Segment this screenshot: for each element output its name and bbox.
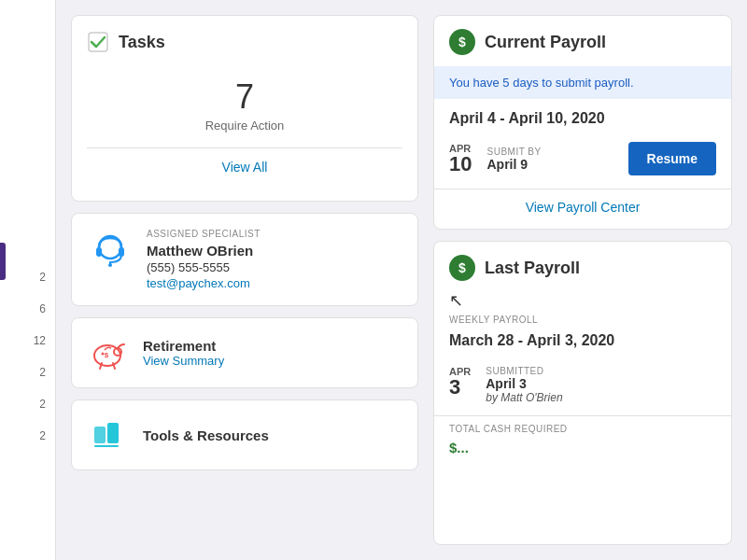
current-payroll-period: April 4 - April 10, 2020: [434, 99, 731, 134]
current-payroll-header: $ Current Payroll: [434, 16, 731, 66]
current-payroll-date-block: APR 10: [449, 143, 472, 175]
last-payroll-date-block: APR 3: [449, 366, 471, 398]
current-payroll-title: Current Payroll: [485, 33, 606, 52]
tasks-count-section: 7 Require Action: [87, 68, 402, 148]
sidebar: 2 6 12 2 2 2: [0, 0, 56, 560]
svg-rect-2: [96, 247, 102, 257]
sidebar-num-5: 2: [39, 398, 46, 411]
last-payroll-total-value: $...: [434, 438, 731, 467]
left-column: Tasks 7 Require Action View All ASSIGNED…: [71, 15, 418, 545]
current-payroll-dollar-icon: $: [449, 29, 475, 55]
sidebar-num-6: 2: [39, 429, 46, 442]
cursor-indicator: ↖: [434, 292, 731, 311]
last-payroll-total-label: TOTAL CASH REQUIRED: [434, 415, 731, 438]
tools-info: Tools & Resources: [143, 427, 269, 443]
retirement-info: Retirement View Summary: [143, 338, 224, 368]
svg-rect-9: [94, 427, 106, 443]
svg-rect-11: [94, 445, 119, 447]
specialist-card: ASSIGNED SPECIALIST Matthew OBrien (555)…: [71, 213, 418, 306]
headset-icon: [87, 229, 134, 275]
last-payroll-card: $ Last Payroll ↖ WEEKLY PAYROLL March 28…: [433, 241, 732, 545]
last-payroll-title: Last Payroll: [485, 259, 580, 278]
current-payroll-day: 10: [449, 154, 472, 175]
sidebar-accent: [0, 243, 6, 280]
current-payroll-submit-block: SUBMIT BY April 9: [486, 147, 627, 172]
current-payroll-card: $ Current Payroll You have 5 days to sub…: [433, 15, 732, 230]
last-payroll-day: 3: [449, 377, 471, 398]
retirement-card: $ Retirement View Summary: [71, 317, 418, 388]
tasks-title: Tasks: [119, 33, 165, 52]
svg-point-4: [108, 263, 112, 267]
view-payroll-center-button[interactable]: View Payroll Center: [526, 200, 641, 215]
sidebar-num-3: 12: [34, 334, 46, 347]
last-payroll-submitted-label: SUBMITTED: [486, 366, 716, 376]
sidebar-numbers: 2 6 12 2 2 2: [0, 271, 55, 442]
specialist-name: Matthew OBrien: [147, 243, 261, 259]
specialist-email[interactable]: test@paychex.com: [147, 276, 261, 290]
svg-text:$: $: [105, 351, 109, 359]
right-column: $ Current Payroll You have 5 days to sub…: [433, 15, 732, 545]
last-payroll-submitted-by: by Matt O'Brien: [486, 391, 716, 404]
last-payroll-submitted-date: April 3: [486, 376, 716, 391]
svg-rect-10: [107, 423, 119, 443]
specialist-section-label: ASSIGNED SPECIALIST: [147, 229, 261, 239]
last-payroll-amount: $...: [449, 440, 469, 455]
last-payroll-details: APR 3 SUBMITTED April 3 by Matt O'Brien: [434, 358, 731, 415]
tasks-label: Require Action: [87, 119, 402, 133]
tasks-checkbox-icon: [87, 31, 109, 53]
last-payroll-type-label: WEEKLY PAYROLL: [434, 311, 731, 330]
sidebar-num-2: 6: [39, 302, 46, 315]
sidebar-num-4: 2: [39, 366, 46, 379]
piggy-bank-icon: $: [87, 331, 130, 374]
last-payroll-period: March 28 - April 3, 2020: [434, 330, 731, 358]
tools-title: Tools & Resources: [143, 427, 269, 443]
specialist-info: ASSIGNED SPECIALIST Matthew OBrien (555)…: [147, 229, 261, 290]
tasks-number: 7: [87, 77, 402, 117]
current-payroll-submit-label: SUBMIT BY: [486, 147, 627, 157]
last-payroll-dollar-icon: $: [449, 255, 475, 281]
main-content: Tasks 7 Require Action View All ASSIGNED…: [56, 0, 747, 560]
current-payroll-details: APR 10 SUBMIT BY April 9 Resume: [434, 134, 731, 189]
current-payroll-footer: View Payroll Center: [434, 189, 731, 229]
tasks-header: Tasks: [87, 31, 402, 53]
tools-card: Tools & Resources: [71, 399, 418, 470]
view-all-button[interactable]: View All: [87, 148, 402, 186]
tasks-card: Tasks 7 Require Action View All: [71, 15, 418, 202]
last-payroll-header: $ Last Payroll: [434, 242, 731, 292]
last-payroll-submit-block: SUBMITTED April 3 by Matt O'Brien: [486, 366, 716, 404]
retirement-title: Retirement: [143, 338, 224, 354]
tools-icon: [87, 413, 130, 456]
current-payroll-alert: You have 5 days to submit payroll.: [434, 66, 731, 99]
sidebar-num-1: 2: [39, 271, 46, 284]
retirement-link[interactable]: View Summary: [143, 354, 224, 368]
specialist-phone: (555) 555-5555: [147, 260, 261, 274]
current-payroll-submit-date: April 9: [486, 157, 627, 172]
resume-button[interactable]: Resume: [628, 142, 716, 175]
